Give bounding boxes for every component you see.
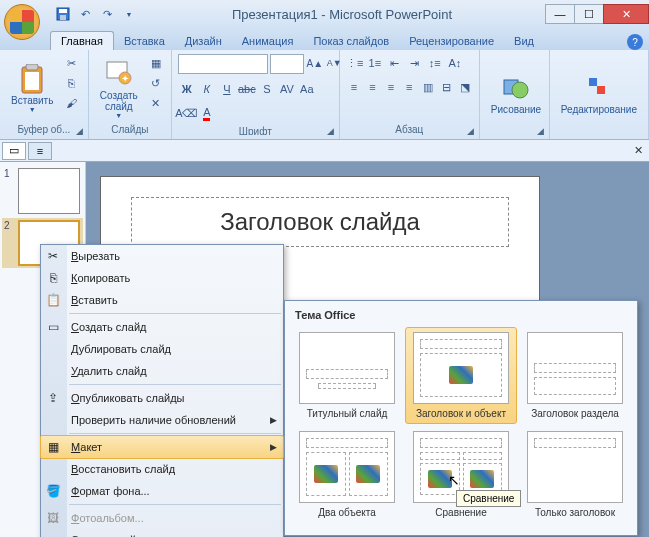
context-menu-item[interactable]: Восстановить слайд [41,458,283,480]
context-menu-label: Удалить слайд [71,365,147,377]
tab-view[interactable]: Вид [504,32,544,50]
blank-icon [45,532,61,537]
minimize-button[interactable]: — [545,4,575,24]
context-menu-label: Опубликовать слайды [71,392,185,404]
font-color-icon[interactable]: A [198,104,216,122]
new-slide-icon: ▭ [45,319,61,335]
context-menu-label: Вставить [71,294,118,306]
layout-label: Титульный слайд [296,408,398,419]
columns-icon[interactable]: ▥ [420,78,436,96]
underline-icon[interactable]: Ч [218,80,236,98]
change-case-icon[interactable]: Aa [298,80,316,98]
font-name-combo[interactable] [178,54,268,74]
undo-icon[interactable]: ↶ [76,5,94,23]
layout-option[interactable]: Заголовок раздела [519,327,631,424]
title-placeholder[interactable]: Заголовок слайда [131,197,509,247]
svg-rect-1 [59,9,67,13]
layout-label: Два объекта [296,507,398,518]
tab-home[interactable]: Главная [50,31,114,50]
shapes-icon [500,72,532,104]
layout-icon: ▦ [45,439,61,455]
save-icon[interactable] [54,5,72,23]
context-menu-label: Формат фона... [71,485,150,497]
layout-option[interactable]: Только заголовок [519,426,631,523]
reset-icon[interactable]: ↺ [147,74,165,92]
group-paragraph-label: Абзац [346,122,473,135]
increase-indent-icon[interactable]: ⇥ [406,54,424,72]
context-menu-item[interactable]: 📋Вставить [41,289,283,311]
layout-icon[interactable]: ▦ [147,54,165,72]
text-direction-icon[interactable]: A↕ [446,54,464,72]
char-spacing-icon[interactable]: AV [278,80,296,98]
context-menu-item[interactable]: ⇪Опубликовать слайды [41,387,283,409]
close-button[interactable]: ✕ [603,4,649,24]
group-editing-label [556,133,642,135]
slide-thumb-1[interactable]: 1 [4,168,81,214]
context-menu-item[interactable]: ▭Создать слайд [41,316,283,338]
context-menu-label: Копировать [71,272,130,284]
tab-insert[interactable]: Вставка [114,32,175,50]
tab-slideshow[interactable]: Показ слайдов [303,32,399,50]
format-painter-icon[interactable]: 🖌 [62,94,80,112]
justify-icon[interactable]: ≡ [401,78,417,96]
copy-icon[interactable]: ⎘ [62,74,80,92]
align-left-icon[interactable]: ≡ [346,78,362,96]
align-right-icon[interactable]: ≡ [383,78,399,96]
layout-thumb [527,431,623,503]
outline-tab-icon[interactable]: ≡ [28,142,52,160]
layout-option[interactable]: Два объекта [291,426,403,523]
context-menu-item[interactable]: Проверить наличие обновлений▶ [41,409,283,431]
grow-font-icon[interactable]: A▲ [306,54,324,72]
maximize-button[interactable]: ☐ [574,4,604,24]
clear-format-icon[interactable]: A⌫ [178,104,196,122]
context-menu-item[interactable]: 🪣Формат фона... [41,480,283,502]
tab-review[interactable]: Рецензирование [399,32,504,50]
delete-slide-icon[interactable]: ✕ [147,94,165,112]
context-menu-item[interactable]: ▦Макет▶ [40,435,284,459]
bullets-icon[interactable]: ⋮≡ [346,54,364,72]
context-menu-item[interactable]: ✂Вырезать [41,245,283,267]
line-spacing-icon[interactable]: ↕≡ [426,54,444,72]
context-menu-item[interactable]: Скрыть слайд [41,529,283,537]
font-size-combo[interactable] [270,54,304,74]
clipboard-launcher[interactable]: ◢ [74,125,86,137]
italic-icon[interactable]: К [198,80,216,98]
align-text-icon[interactable]: ⊟ [438,78,454,96]
align-center-icon[interactable]: ≡ [364,78,380,96]
redo-icon[interactable]: ↷ [98,5,116,23]
group-clipboard-label: Буфер об... [6,122,82,135]
layout-option[interactable]: Сравнение [405,426,517,523]
decrease-indent-icon[interactable]: ⇤ [386,54,404,72]
drawing-button[interactable]: Рисование [486,54,546,133]
tab-animation[interactable]: Анимация [232,32,304,50]
tab-design[interactable]: Дизайн [175,32,232,50]
context-menu-item[interactable]: Дублировать слайд [41,338,283,360]
context-menu-item[interactable]: Удалить слайд [41,360,283,382]
numbering-icon[interactable]: 1≡ [366,54,384,72]
cut-icon: ✂ [45,248,61,264]
paragraph-launcher[interactable]: ◢ [465,125,477,137]
qat-dropdown-icon[interactable]: ▼ [120,5,138,23]
layout-label: Только заголовок [524,507,626,518]
help-icon[interactable]: ? [627,34,643,50]
layout-option[interactable]: Титульный слайд [291,327,403,424]
font-launcher[interactable]: ◢ [325,125,337,137]
new-slide-button[interactable]: ✦ Создать слайд ▼ [95,54,143,122]
cut-icon[interactable]: ✂ [62,54,80,72]
paste-button[interactable]: Вставить ▼ [6,54,58,122]
smartart-icon[interactable]: ⬔ [456,78,472,96]
svg-rect-4 [26,64,38,70]
clipboard-icon [16,63,48,95]
drawing-launcher[interactable]: ◢ [535,125,547,137]
panel-close-icon[interactable]: ✕ [634,144,643,157]
slides-tab-icon[interactable]: ▭ [2,142,26,160]
shadow-icon[interactable]: S [258,80,276,98]
bold-icon[interactable]: Ж [178,80,196,98]
layout-option[interactable]: Заголовок и объект [405,327,517,424]
context-menu: ✂Вырезать⎘Копировать📋Вставить▭Создать сл… [40,244,284,537]
context-menu-item[interactable]: ⎘Копировать [41,267,283,289]
strike-icon[interactable]: abc [238,80,256,98]
editing-button[interactable]: Редактирование [556,54,642,133]
office-button[interactable] [4,4,40,40]
window-title: Презентация1 - Microsoft PowerPoint [138,7,546,22]
